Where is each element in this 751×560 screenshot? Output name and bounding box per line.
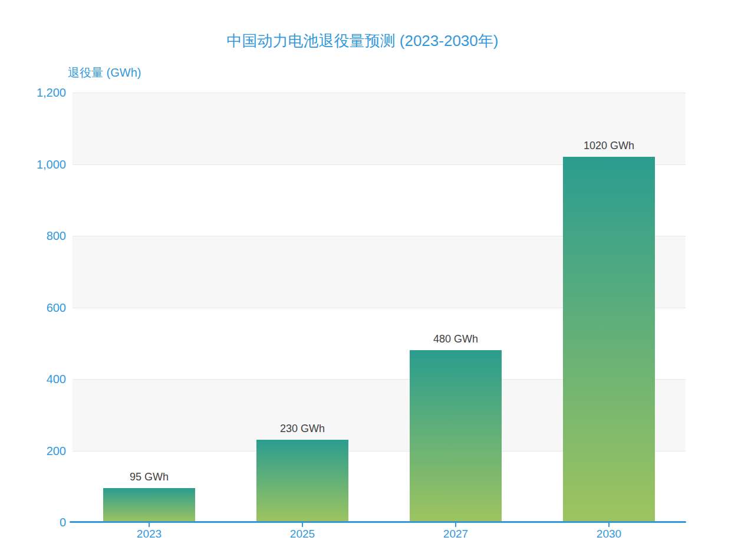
y-tick-label: 1,000 xyxy=(0,157,66,172)
x-axis-tick xyxy=(608,523,610,527)
y-tick-label: 800 xyxy=(0,229,66,243)
y-tick-label: 200 xyxy=(0,444,66,458)
bar-2027[interactable] xyxy=(410,350,502,522)
y-tick-label: 400 xyxy=(0,372,66,386)
bar-value-label: 95 GWh xyxy=(90,471,208,483)
plot-band xyxy=(73,93,686,164)
bar-value-label: 1020 GWh xyxy=(550,140,668,152)
bar-value-label: 480 GWh xyxy=(397,333,515,345)
bar-value-label: 230 GWh xyxy=(243,423,361,435)
x-axis-tick xyxy=(455,523,456,527)
x-axis-tick xyxy=(302,523,303,527)
x-category-label-2027: 2027 xyxy=(397,528,515,541)
chart-title: 中国动力电池退役量预测 (2023-2030年) xyxy=(0,31,725,51)
x-axis-tick xyxy=(149,523,150,527)
chart-container: 中国动力电池退役量预测 (2023-2030年) 退役量 (GWh) 95 GW… xyxy=(0,0,751,560)
bar-2025[interactable] xyxy=(256,440,348,522)
x-category-label-2023: 2023 xyxy=(90,528,208,541)
plot-area: 95 GWh230 GWh480 GWh1020 GWh xyxy=(73,93,686,522)
y-tick-label: 600 xyxy=(0,301,66,315)
bar-2030[interactable] xyxy=(563,157,655,522)
gridline xyxy=(73,93,686,93)
x-category-label-2025: 2025 xyxy=(243,528,361,541)
x-axis-line xyxy=(70,521,686,523)
y-tick-label: 0 xyxy=(0,515,66,529)
y-tick-label: 1,200 xyxy=(0,85,66,100)
bar-2023[interactable] xyxy=(103,488,195,522)
y-axis-title: 退役量 (GWh) xyxy=(68,65,141,81)
x-category-label-2030: 2030 xyxy=(550,528,668,541)
